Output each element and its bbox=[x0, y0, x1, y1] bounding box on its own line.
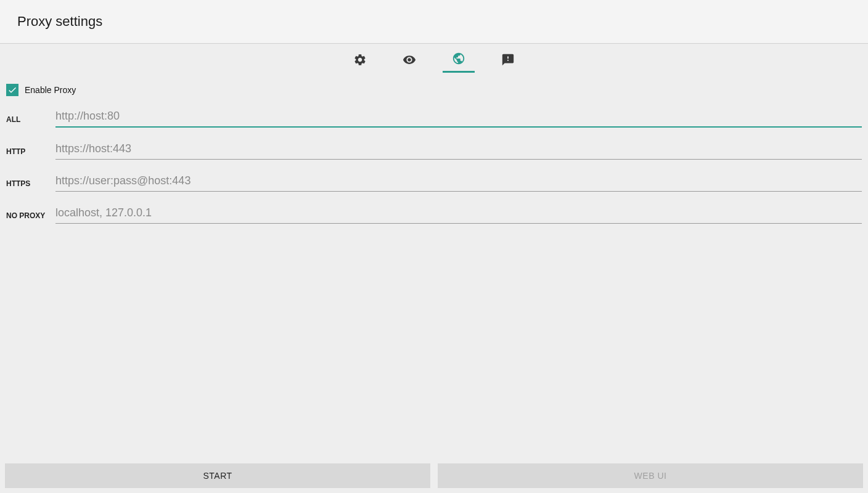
enable-proxy-checkbox[interactable] bbox=[6, 84, 18, 96]
gear-icon bbox=[353, 52, 367, 67]
proxy-http-input[interactable] bbox=[55, 139, 862, 160]
proxy-all-input[interactable] bbox=[55, 106, 862, 128]
webui-button[interactable]: WEB UI bbox=[438, 463, 863, 488]
field-row-https: HTTPS bbox=[6, 171, 862, 192]
tab-proxy[interactable] bbox=[443, 51, 475, 73]
page-title: Proxy settings bbox=[17, 14, 851, 30]
tab-settings[interactable] bbox=[344, 51, 376, 73]
field-label-https: HTTPS bbox=[6, 179, 55, 192]
field-label-all: ALL bbox=[6, 115, 55, 128]
field-row-noproxy: NO PROXY bbox=[6, 203, 862, 224]
field-row-all: ALL bbox=[6, 106, 862, 128]
globe-icon bbox=[451, 51, 466, 66]
enable-proxy-label: Enable Proxy bbox=[25, 85, 76, 95]
content-area: Enable Proxy ALL HTTP HTTPS NO PROXY bbox=[0, 73, 868, 224]
tab-about[interactable] bbox=[492, 51, 524, 73]
start-button[interactable]: START bbox=[5, 463, 430, 488]
tab-monitor[interactable] bbox=[393, 51, 425, 73]
field-label-http: HTTP bbox=[6, 147, 55, 160]
proxy-https-input[interactable] bbox=[55, 171, 862, 192]
app-header: Proxy settings bbox=[0, 0, 868, 44]
proxy-noproxy-input[interactable] bbox=[55, 203, 862, 224]
enable-proxy-row: Enable Proxy bbox=[6, 78, 862, 102]
tab-strip bbox=[0, 44, 868, 73]
eye-icon bbox=[402, 52, 417, 67]
field-label-noproxy: NO PROXY bbox=[6, 211, 55, 224]
info-icon bbox=[501, 52, 515, 67]
bottom-bar: START WEB UI bbox=[5, 463, 863, 488]
field-row-http: HTTP bbox=[6, 139, 862, 160]
